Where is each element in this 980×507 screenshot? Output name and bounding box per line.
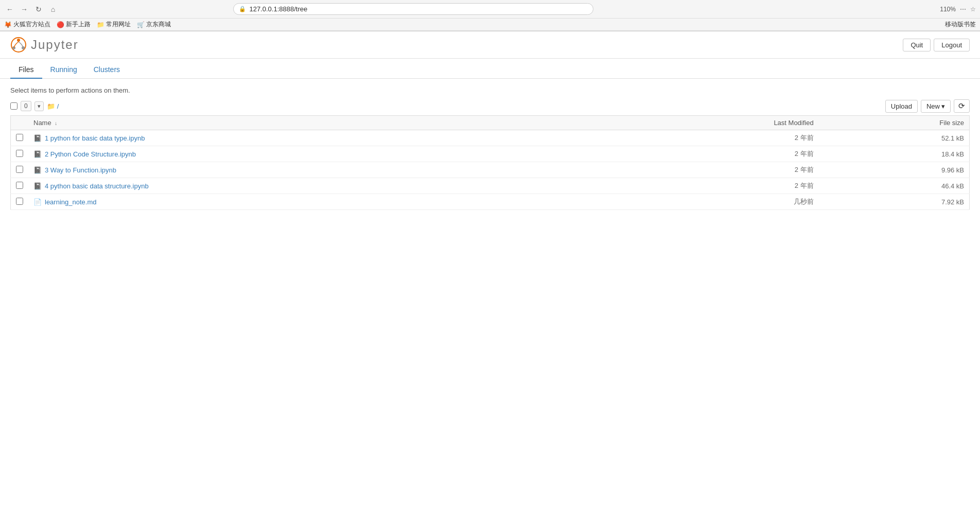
reload-button[interactable]: ↻ xyxy=(33,4,44,15)
row-checkbox-3[interactable] xyxy=(16,182,23,189)
file-size-col-header[interactable]: File size xyxy=(819,116,970,130)
jupyter-logo-text: Jupyter xyxy=(31,38,79,52)
new-button-label: New xyxy=(926,102,940,110)
file-date-0: 2 年前 xyxy=(604,130,819,146)
mobile-bookmarks[interactable]: 移动版书签 xyxy=(945,20,976,29)
logout-button[interactable]: Logout xyxy=(934,39,970,51)
file-link-0[interactable]: 1 python for basic data type.ipynb xyxy=(45,134,145,142)
url-text: 127.0.0.1:8888/tree xyxy=(249,5,588,13)
actions-dropdown[interactable]: ▾ xyxy=(34,101,44,111)
firefox-icon: 🦊 xyxy=(4,21,12,28)
bookmarks-bar: 🦊 火狐官方站点 🔴 新手上路 📁 常用网址 🛒 京东商城 移动版书签 xyxy=(0,19,980,31)
table-header: Name ↓ Last Modified File size xyxy=(11,116,970,130)
file-link-1[interactable]: 2 Python Code Structure.ipynb xyxy=(45,150,136,158)
home-button[interactable]: ⌂ xyxy=(47,4,59,15)
file-size-1: 18.4 kB xyxy=(819,146,970,162)
toolbar-right: Upload New ▾ ⟳ xyxy=(885,99,970,113)
last-modified-col-header[interactable]: Last Modified xyxy=(604,116,819,130)
new-dropdown-arrow: ▾ xyxy=(941,102,945,110)
file-table: Name ↓ Last Modified File size 📓1 python… xyxy=(10,115,970,210)
toolbar-left: 0 ▾ 📁 / xyxy=(10,101,59,111)
file-name-0[interactable]: 📓1 python for basic data type.ipynb xyxy=(28,130,604,146)
bookmark-common[interactable]: 📁 常用网址 xyxy=(97,20,131,29)
upload-button[interactable]: Upload xyxy=(885,100,918,113)
bookmark-firefox-label: 火狐官方站点 xyxy=(13,20,50,29)
header-buttons: Quit Logout xyxy=(903,39,970,51)
tabs-bar: Files Running Clusters xyxy=(0,61,980,79)
table-row: 📄learning_note.md几秒前7.92 kB xyxy=(11,194,970,210)
bookmark-newbie[interactable]: 🔴 新手上路 xyxy=(57,20,91,29)
jupyter-header: Jupyter Quit Logout xyxy=(0,31,980,59)
instructions-text: Select items to perform actions on them. xyxy=(10,86,970,94)
bookmark-firefox[interactable]: 🦊 火狐官方站点 xyxy=(4,20,50,29)
row-checkbox-4[interactable] xyxy=(16,198,23,205)
more-options-icon[interactable]: ⋯ xyxy=(960,6,966,13)
tab-running[interactable]: Running xyxy=(42,61,85,79)
bookmark-newbie-label: 新手上路 xyxy=(66,20,91,29)
file-name-1[interactable]: 📓2 Python Code Structure.ipynb xyxy=(28,146,604,162)
file-size-4: 7.92 kB xyxy=(819,194,970,210)
name-sort-icon: ↓ xyxy=(55,120,57,126)
select-all-checkbox[interactable] xyxy=(10,102,18,110)
bookmark-common-label: 常用网址 xyxy=(106,20,131,29)
new-button[interactable]: New ▾ xyxy=(921,100,951,113)
tab-files[interactable]: Files xyxy=(10,61,42,79)
file-name-3[interactable]: 📓4 python basic data structure.ipynb xyxy=(28,178,604,194)
common-folder-icon: 📁 xyxy=(97,21,104,28)
tab-clusters[interactable]: Clusters xyxy=(85,61,128,79)
selected-count: 0 xyxy=(21,101,31,111)
file-name-4[interactable]: 📄learning_note.md xyxy=(28,194,604,210)
notebook-icon: 📓 xyxy=(33,166,42,174)
browser-right-icons: 110% ⋯ ☆ xyxy=(940,6,976,13)
bookmark-star-icon[interactable]: ☆ xyxy=(970,6,976,13)
notebook-icon: 📓 xyxy=(33,150,42,158)
markdown-icon: 📄 xyxy=(33,198,42,206)
refresh-button[interactable]: ⟳ xyxy=(954,99,970,113)
row-checkbox-0[interactable] xyxy=(16,134,23,141)
mobile-bookmarks-label: 移动版书签 xyxy=(945,20,976,29)
notebook-icon: 📓 xyxy=(33,182,42,190)
main-area: Select items to perform actions on them.… xyxy=(0,79,980,218)
file-size-0: 52.1 kB xyxy=(819,130,970,146)
file-list: 📓1 python for basic data type.ipynb2 年前5… xyxy=(11,130,970,210)
quit-button[interactable]: Quit xyxy=(903,39,931,51)
file-name-2[interactable]: 📓3 Way to Function.ipynb xyxy=(28,162,604,178)
page-content: Jupyter Quit Logout Files Running Cluste… xyxy=(0,31,980,218)
jd-icon: 🛒 xyxy=(137,21,145,28)
name-col-label: Name xyxy=(33,119,51,127)
bookmark-jd[interactable]: 🛒 京东商城 xyxy=(137,20,171,29)
address-bar[interactable]: 🔒 127.0.0.1:8888/tree xyxy=(233,3,593,15)
file-date-4: 几秒前 xyxy=(604,194,819,210)
file-size-2: 9.96 kB xyxy=(819,162,970,178)
checkbox-col-header xyxy=(11,116,29,130)
breadcrumb-path: / xyxy=(57,102,59,110)
zoom-level: 110% xyxy=(940,6,956,13)
file-link-2[interactable]: 3 Way to Function.ipynb xyxy=(45,166,116,174)
folder-icon: 📁 xyxy=(47,102,55,110)
name-col-header[interactable]: Name ↓ xyxy=(28,116,604,130)
row-checkbox-2[interactable] xyxy=(16,166,23,173)
file-link-3[interactable]: 4 python basic data structure.ipynb xyxy=(45,182,149,190)
row-checkbox-1[interactable] xyxy=(16,150,23,157)
notebook-icon: 📓 xyxy=(33,134,42,142)
file-size-3: 46.4 kB xyxy=(819,178,970,194)
newbie-icon: 🔴 xyxy=(57,21,64,28)
file-link-4[interactable]: learning_note.md xyxy=(45,198,96,206)
table-row: 📓1 python for basic data type.ipynb2 年前5… xyxy=(11,130,970,146)
jupyter-logo: Jupyter xyxy=(10,37,79,53)
file-date-3: 2 年前 xyxy=(604,178,819,194)
forward-button[interactable]: → xyxy=(19,4,30,15)
breadcrumb: 📁 / xyxy=(47,102,59,110)
svg-point-1 xyxy=(17,39,20,42)
file-toolbar: 0 ▾ 📁 / Upload New ▾ ⟳ xyxy=(10,99,970,113)
file-date-1: 2 年前 xyxy=(604,146,819,162)
table-row: 📓3 Way to Function.ipynb2 年前9.96 kB xyxy=(11,162,970,178)
back-button[interactable]: ← xyxy=(4,4,15,15)
table-row: 📓2 Python Code Structure.ipynb2 年前18.4 k… xyxy=(11,146,970,162)
jupyter-logo-icon xyxy=(10,37,27,53)
browser-chrome: ← → ↻ ⌂ 🔒 127.0.0.1:8888/tree 110% ⋯ ☆ 🦊… xyxy=(0,0,980,31)
browser-toolbar: ← → ↻ ⌂ 🔒 127.0.0.1:8888/tree 110% ⋯ ☆ xyxy=(0,0,980,19)
file-date-2: 2 年前 xyxy=(604,162,819,178)
table-row: 📓4 python basic data structure.ipynb2 年前… xyxy=(11,178,970,194)
bookmark-jd-label: 京东商城 xyxy=(146,20,171,29)
